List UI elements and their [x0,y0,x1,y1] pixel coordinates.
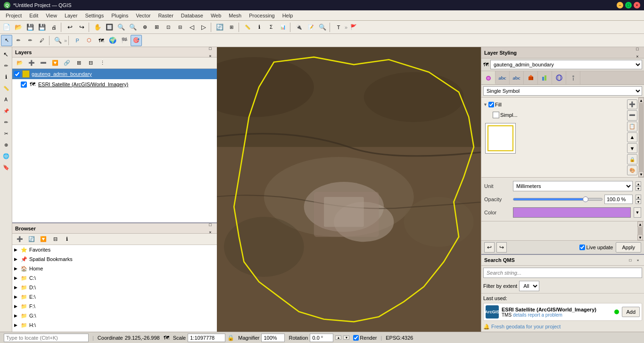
tb-tile[interactable]: ⊞ [226,22,237,33]
rp-unit-down[interactable]: ▼ [636,186,641,191]
layers-open-layer[interactable]: 📂 [14,57,25,69]
rp-duplicate-symbol[interactable]: 📋 [627,122,637,131]
tb-pan-map[interactable]: 🔲 [104,22,115,33]
scale-lock[interactable]: 🔒 [227,335,234,341]
browser-item-geopackage[interactable]: ▶ 🗄 GeoPackage [12,330,217,332]
browser-properties[interactable]: ℹ [61,234,73,245]
rp-opacity-thumb[interactable] [583,196,588,202]
menu-raster[interactable]: Raster [154,12,177,19]
layer-checkbox-esri[interactable] [21,82,27,88]
map-area[interactable] [217,47,481,332]
tb-pencil[interactable]: 🖊 [36,35,48,46]
sqms-fresh-link[interactable]: Fresh geodata for your project [491,324,561,329]
tb-stats[interactable]: 📊 [277,22,289,33]
browser-float-btn[interactable]: □ [206,221,214,229]
scroll-down-btn[interactable]: ▼ [638,172,644,177]
status-search-input[interactable] [4,334,89,342]
tb-plugins[interactable]: 🔌 [293,22,305,33]
side-icon-pin[interactable]: 📌 [1,106,11,116]
browser-item-c[interactable]: ▶ 📁 C:\ [12,273,217,283]
tb-python[interactable]: P [72,35,83,46]
layers-link[interactable]: 🔗 [61,57,73,69]
layers-add[interactable]: ➕ [26,57,37,69]
side-icon-split[interactable]: ✂ [1,128,11,139]
menu-vector[interactable]: Vector [132,12,154,19]
tb-locate[interactable]: 🎯 [131,35,142,46]
menu-web[interactable]: Web [207,12,225,19]
layer-checkbox-gauteng[interactable] [14,71,20,77]
sqms-close[interactable]: × [635,257,641,263]
browser-item-h[interactable]: ▶ 📁 H:\ [12,320,217,330]
side-icon-measure[interactable]: 📏 [1,83,11,93]
rp-move-down[interactable]: ▼ [627,143,637,153]
tb-measure[interactable]: 📏 [242,22,253,33]
sym-fill-checkbox[interactable] [488,102,494,107]
rp-tab-labels[interactable]: abc [495,71,510,84]
tb-plugin2[interactable]: ⬡ [83,35,95,46]
side-icon-select[interactable]: ↖ [1,49,11,59]
sqms-filter-select[interactable]: All [519,281,539,291]
browser-filter[interactable]: 🔽 [38,234,49,245]
rp-dock-btn[interactable]: □ [634,45,641,53]
tb-print[interactable]: 🖨 [48,22,59,33]
layers-remove[interactable]: ➖ [38,57,49,69]
tb-edit2[interactable]: ✏ [25,35,36,46]
tb-undo[interactable]: ↩ [64,22,75,33]
rp-opacity-down[interactable]: ▼ [636,199,641,204]
maximize-button[interactable]: □ [625,2,632,8]
layer-item-gauteng[interactable]: gauteng_admin_boundary [12,69,217,79]
rp-unit-up[interactable]: ▲ [636,181,641,186]
browser-item-bookmarks[interactable]: ▶ 📌 Spatial Bookmarks [12,254,217,264]
tb-identify[interactable]: ℹ [254,22,265,33]
layers-collapse[interactable]: ⊟ [85,57,96,69]
tb-redo[interactable]: ↪ [76,22,87,33]
tb-select-feature[interactable]: ↖ [1,35,12,46]
scroll-up-btn[interactable]: ▲ [638,98,644,103]
layers-filter[interactable]: 🔽 [50,57,61,69]
rp-redo-btn[interactable]: ↪ [496,242,507,253]
layer-item-esri[interactable]: 🗺 ESRI Satellite (ArcGIS/World_Imagery) [12,79,217,90]
side-icon-bookmark[interactable]: 🔖 [1,162,11,172]
tb-open[interactable]: 📂 [13,22,24,33]
rp-undo-btn[interactable]: ↩ [484,242,495,253]
menu-help[interactable]: Help [279,12,297,19]
rotation-up[interactable]: ▲ [335,335,341,340]
sqms-details-link[interactable]: details [513,312,527,318]
side-icon-globe[interactable]: 🌐 [1,151,11,161]
menu-edit[interactable]: Edit [25,12,42,19]
rp-live-update-checkbox[interactable] [579,245,585,250]
rp-opacity-value[interactable] [604,195,633,204]
tb-zoom-layer[interactable]: ⊡ [163,22,174,33]
menu-mesh[interactable]: Mesh [225,12,245,19]
magnifier-input[interactable] [261,334,285,342]
sqms-float[interactable]: □ [627,257,634,263]
browser-refresh[interactable]: 🔄 [26,234,37,245]
rp-opacity-up[interactable]: ▲ [636,195,641,199]
close-button[interactable]: × [634,2,640,8]
rotation-down[interactable]: ▼ [343,335,349,340]
rp-style-type-select[interactable]: Single Symbol [483,86,642,96]
side-icon-edit[interactable]: ✏ [1,60,11,71]
rp-color-dropdown[interactable]: ▼ [634,207,641,218]
tb-zoom-last[interactable]: ◁ [186,22,198,33]
menu-layer[interactable]: Layer [61,12,82,19]
rp-add-symbol[interactable]: ➕ [627,99,637,109]
tb-pan[interactable]: ✋ [92,22,103,33]
tb-digitize[interactable]: ✏ [13,35,24,46]
tb-save-as[interactable]: 💾 [36,22,48,33]
tb-globe[interactable]: 🌍 [107,35,118,46]
layers-float-btn[interactable]: □ [206,45,214,52]
side-icon-merge[interactable]: ⊕ [1,139,11,150]
tb-zoom-out[interactable]: 🔍 [127,22,139,33]
rp-tab-paint[interactable] [481,71,495,84]
tb-select[interactable]: Σ [265,22,277,33]
menu-project[interactable]: Project [2,12,25,19]
rp-tab-labels2[interactable]: abc [510,71,524,84]
tb-georef[interactable]: 🗺 [95,35,107,46]
rp-lock[interactable]: 🔒 [627,154,637,164]
browser-item-favorites[interactable]: ▶ ⭐ Favorites [12,245,217,254]
rp-apply-button[interactable]: Apply [616,242,641,253]
menu-view[interactable]: View [42,12,61,19]
tb-zoom-full[interactable]: ⊞ [151,22,162,33]
sqms-search-input[interactable] [483,268,642,278]
